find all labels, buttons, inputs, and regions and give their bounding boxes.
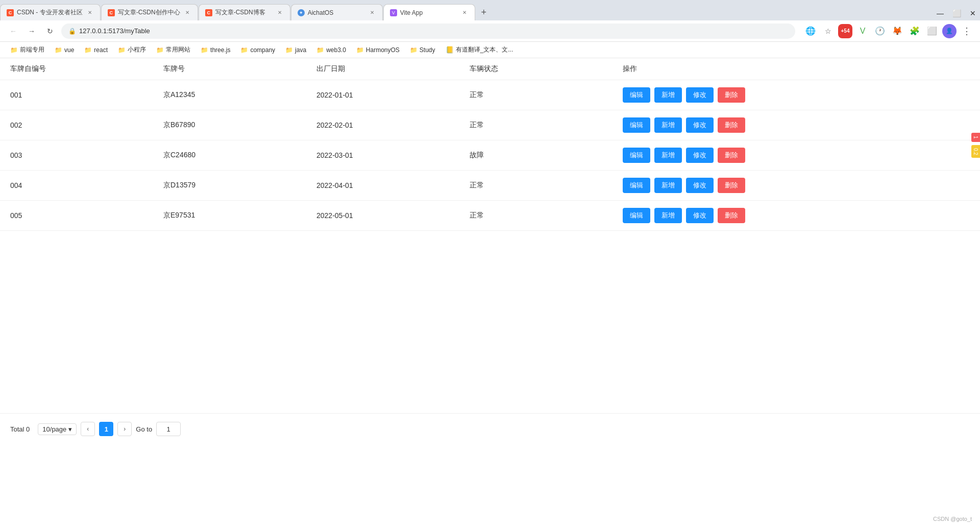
folder-icon-vue: 📁 [55,46,62,54]
tab-close-csdn2[interactable]: ✕ [183,9,191,17]
bookmark-youdao[interactable]: 📒 有道翻译_文本、文... [442,44,518,56]
table-row: 005 京E97531 2022-05-01 正常 编辑 新增 修改 删除 [0,201,980,231]
modify-button-4[interactable]: 修改 [686,178,714,193]
bookmark-frontend[interactable]: 📁 前端专用 [6,44,48,56]
bookmarks-bar: 📁 前端专用 📁 vue 📁 react 📁 小程序 📁 常用网站 📁 thre… [0,42,980,58]
sidebar-toggle[interactable]: ⬜ [925,24,939,38]
current-page-number[interactable]: 1 [99,422,113,436]
table-header: 车牌自编号 车牌号 出厂日期 车辆状态 操作 [0,58,980,80]
table-row: 004 京D13579 2022-04-01 正常 编辑 新增 修改 删除 [0,171,980,201]
modify-button-2[interactable]: 修改 [686,117,714,133]
extension-icon-3[interactable]: 🦊 [890,24,904,38]
table-row: 001 京A12345 2022-01-01 正常 编辑 新增 修改 删除 [0,80,980,110]
side-float-item-2[interactable]: 0.2 [971,145,980,158]
tab-close-csdn3[interactable]: ✕ [276,9,284,17]
tab-csdn3[interactable]: C 写文章-CSDN博客 ✕ [199,4,290,20]
bookmark-threejs[interactable]: 📁 three.js [197,45,234,55]
bookmark-vue[interactable]: 📁 vue [51,45,78,55]
side-float-item-1[interactable]: 1 [971,133,980,142]
delete-button-4[interactable]: 删除 [718,178,745,193]
user-avatar[interactable]: 👤 [942,24,957,38]
cell-date-2: 2022-02-01 [316,121,470,129]
bookmark-icon[interactable]: ☆ [821,24,835,38]
col-header-date: 出厂日期 [316,64,470,74]
menu-button[interactable]: ⋮ [960,24,974,38]
add-button-5[interactable]: 新增 [654,208,682,223]
bookmark-label-threejs: three.js [210,46,230,54]
goto-input[interactable] [156,422,181,436]
window-controls: — ⬜ ✕ [933,6,980,20]
modify-button-3[interactable]: 修改 [686,148,714,163]
tab-csdn2[interactable]: C 写文章-CSDN创作中心 ✕ [101,4,198,20]
add-button-1[interactable]: 新增 [654,87,682,103]
tab-close-ai[interactable]: ✕ [368,9,376,17]
bookmark-miniprogram[interactable]: 📁 小程序 [114,44,150,56]
prev-page-button[interactable]: ‹ [81,422,95,436]
extensions-icon[interactable]: 🧩 [908,24,922,38]
tab-close-csdn1[interactable]: ✕ [86,9,94,17]
extension-icon-2[interactable]: 🕐 [873,24,887,38]
tab-csdn1[interactable]: C CSDN - 专业开发者社区 ✕ [0,4,101,20]
tab-vite[interactable]: V Vite App ✕ [383,4,475,20]
extension-icon-1[interactable]: V [855,24,870,38]
modify-button-1[interactable]: 修改 [686,87,714,103]
bookmark-label-company: company [250,46,275,54]
delete-button-1[interactable]: 删除 [718,87,745,103]
table-row: 003 京C24680 2022-03-01 故障 编辑 新增 修改 删除 [0,140,980,171]
next-page-button[interactable]: › [117,422,132,436]
bookmark-company[interactable]: 📁 company [236,45,279,55]
footer-text: CSDN @goto_t [933,516,972,522]
col-header-action: 操作 [623,64,970,74]
cell-id-1: 001 [10,91,163,99]
minimize-button[interactable]: — [933,6,947,20]
cell-actions-4: 编辑 新增 修改 删除 [623,178,970,193]
forward-button[interactable]: → [24,24,39,38]
extension-badge[interactable]: +54 [838,24,852,38]
url-bar[interactable]: 🔒 127.0.0.1:5173/myTable [61,23,795,39]
bookmark-common[interactable]: 📁 常用网站 [152,44,194,56]
page-size-value: 10/page [42,425,66,433]
add-button-2[interactable]: 新增 [654,117,682,133]
edit-button-4[interactable]: 编辑 [623,178,650,193]
modify-button-5[interactable]: 修改 [686,208,714,223]
bookmark-java[interactable]: 📁 java [281,45,310,55]
cell-status-5: 正常 [470,211,623,220]
cell-status-2: 正常 [470,121,623,130]
cell-actions-2: 编辑 新增 修改 删除 [623,117,970,133]
delete-button-5[interactable]: 删除 [718,208,745,223]
tab-label-csdn2: 写文章-CSDN创作中心 [118,8,180,17]
bookmark-harmonyos[interactable]: 📁 HarmonyOS [352,45,404,55]
cell-plate-1: 京A12345 [163,90,316,100]
add-button-3[interactable]: 新增 [654,148,682,163]
new-tab-button[interactable]: + [476,4,492,20]
edit-button-2[interactable]: 编辑 [623,117,650,133]
translate-icon[interactable]: 🌐 [803,24,818,38]
tab-close-vite[interactable]: ✕ [460,9,469,17]
page-size-select[interactable]: 10/page ▾ [38,423,77,435]
bookmark-study[interactable]: 📁 Study [406,45,439,55]
url-text: 127.0.0.1:5173/myTable [79,27,788,35]
add-button-4[interactable]: 新增 [654,178,682,193]
tab-ai[interactable]: ✦ AichatOS ✕ [291,4,383,20]
bookmark-react[interactable]: 📁 react [80,45,112,55]
delete-button-3[interactable]: 删除 [718,148,745,163]
browser-actions: 🌐 ☆ +54 V 🕐 🦊 🧩 ⬜ 👤 ⋮ [803,24,974,38]
maximize-button[interactable]: ⬜ [949,6,964,20]
cell-id-4: 004 [10,181,163,189]
browser-window: C CSDN - 专业开发者社区 ✕ C 写文章-CSDN创作中心 ✕ C 写文… [0,0,980,526]
back-button[interactable]: ← [6,24,20,38]
edit-button-5[interactable]: 编辑 [623,208,650,223]
cell-date-3: 2022-03-01 [316,151,470,159]
bookmark-web3[interactable]: 📁 web3.0 [312,45,350,55]
edit-button-3[interactable]: 编辑 [623,148,650,163]
main-content: 车牌自编号 车牌号 出厂日期 车辆状态 操作 001 京A12345 2022-… [0,58,980,526]
folder-icon-harmonyos: 📁 [356,46,364,54]
chevron-down-icon: ▾ [68,425,72,433]
close-button[interactable]: ✕ [966,6,980,20]
bookmark-label-web3: web3.0 [326,46,346,54]
table-row: 002 京B67890 2022-02-01 正常 编辑 新增 修改 删除 [0,110,980,140]
delete-button-2[interactable]: 删除 [718,117,745,133]
bookmark-label-study: Study [420,46,435,54]
reload-button[interactable]: ↻ [43,24,57,38]
edit-button-1[interactable]: 编辑 [623,87,650,103]
